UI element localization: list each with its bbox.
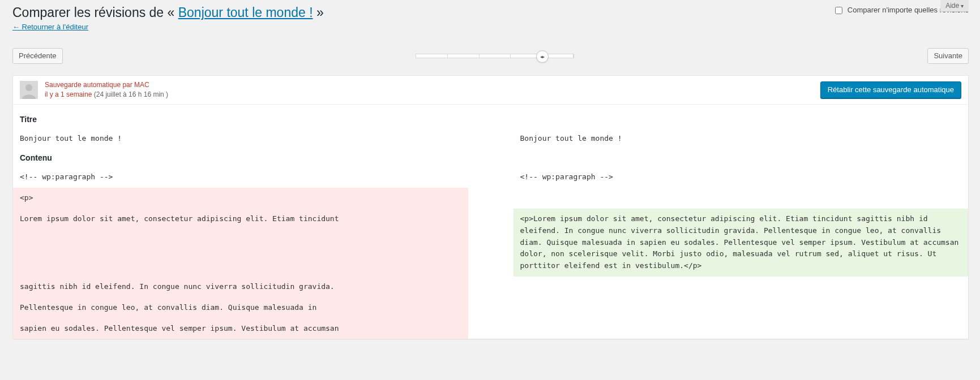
post-title-link[interactable]: Bonjour tout le monde ! <box>178 5 313 20</box>
diff-cell-deleted: Lorem ipsum dolor sit amet, consectetur … <box>13 209 468 277</box>
back-to-editor-link[interactable]: ← Retourner à l'éditeur <box>12 23 88 31</box>
diff-cell-empty <box>513 277 969 297</box>
page-title: Comparer les révisions de « Bonjour tout… <box>12 0 969 23</box>
diff-cell-deleted: Pellentesque in congue leo, at convallis… <box>13 297 468 318</box>
heading-suffix: » <box>313 5 324 20</box>
heading-prefix: Comparer les révisions de « <box>12 5 178 20</box>
diff-cell-empty <box>513 318 969 339</box>
arrows-icon: ◂▸ <box>540 54 545 59</box>
revision-slider[interactable]: ◂▸ <box>63 48 928 64</box>
diff-cell-empty <box>513 297 969 318</box>
revision-meta: Sauvegarde automatique par MAC il y a 1 … <box>45 80 820 100</box>
diff-cell-left: Bonjour tout le monde ! <box>13 128 468 149</box>
diff-cell-empty <box>513 188 969 209</box>
avatar <box>20 81 38 99</box>
diff-table-content: <!-- wp:paragraph --> <!-- wp:paragraph … <box>13 167 968 339</box>
revision-date: (24 juillet à 16 h 16 min ) <box>92 90 168 98</box>
previous-button[interactable]: Précédente <box>12 48 63 64</box>
diff-cell-deleted: <p> <box>13 188 468 209</box>
diff-cell-right: <!-- wp:paragraph --> <box>513 167 969 188</box>
diff-cell-deleted: sagittis nibh id eleifend. In congue nun… <box>13 277 468 297</box>
slider-tick <box>448 54 480 58</box>
slider-tick <box>480 54 511 58</box>
section-content-heading: Contenu <box>13 149 968 167</box>
svg-point-1 <box>25 84 32 91</box>
help-button[interactable]: Aide <box>940 0 969 12</box>
diff-cell-right: Bonjour tout le monde ! <box>513 128 969 149</box>
diff-cell-deleted: sapien eu sodales. Pellentesque vel semp… <box>13 318 468 339</box>
revision-ago: il y a 1 semaine <box>45 90 92 98</box>
autosave-by: Sauvegarde automatique par MAC <box>45 80 820 90</box>
diff-cell-added: <p>Lorem ipsum dolor sit amet, consectet… <box>513 209 969 277</box>
restore-autosave-button[interactable]: Rétablir cette sauvegarde automatique <box>820 81 961 98</box>
section-title-heading: Titre <box>13 110 968 128</box>
slider-tick <box>416 54 448 58</box>
diff-table-title: Bonjour tout le monde ! Bonjour tout le … <box>13 128 968 149</box>
next-button[interactable]: Suivante <box>927 48 969 64</box>
diff-cell-left: <!-- wp:paragraph --> <box>13 167 468 188</box>
slider-handle[interactable]: ◂▸ <box>536 50 549 63</box>
compare-any-checkbox[interactable] <box>835 7 842 14</box>
